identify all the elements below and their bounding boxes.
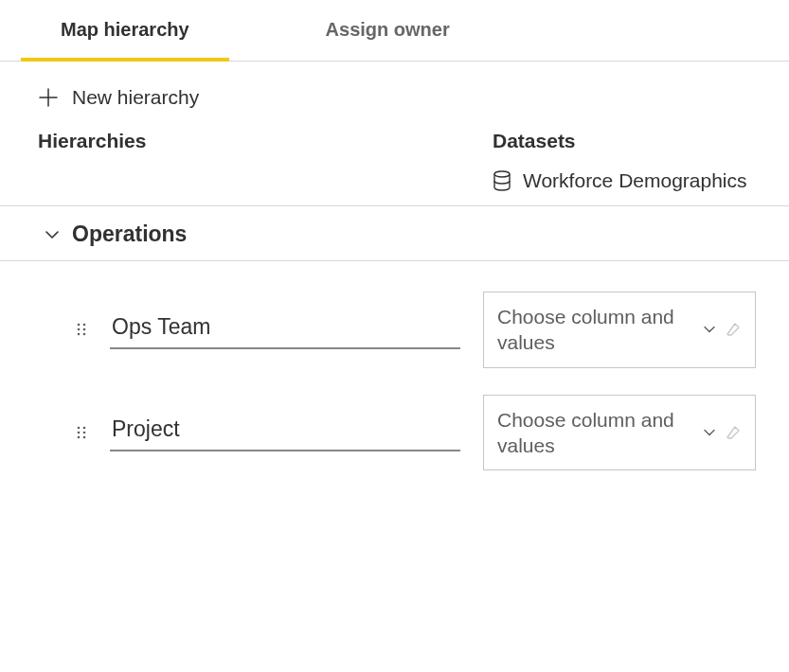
- tab-map-hierarchy[interactable]: Map hierarchy: [21, 0, 229, 62]
- drag-handle-icon[interactable]: [76, 322, 87, 337]
- tab-assign-owner[interactable]: Assign owner: [286, 0, 490, 62]
- tab-label: Map hierarchy: [61, 19, 189, 40]
- drag-handle-icon[interactable]: [76, 425, 87, 440]
- svg-point-2: [83, 324, 86, 327]
- column-values-dropdown[interactable]: Choose column and values: [483, 395, 756, 471]
- hierarchy-name: Operations: [72, 221, 187, 247]
- svg-point-8: [83, 427, 86, 430]
- plus-icon: [38, 87, 59, 108]
- svg-point-1: [78, 324, 81, 327]
- column-headers: Hierarchies Datasets: [0, 122, 789, 158]
- tab-label: Assign owner: [326, 19, 450, 40]
- database-icon: [493, 170, 511, 191]
- svg-point-6: [83, 333, 86, 336]
- level-row: Choose column and values: [0, 381, 789, 485]
- svg-point-9: [78, 432, 81, 434]
- hierarchies-header: Hierarchies: [38, 130, 146, 151]
- column-values-placeholder: Choose column and values: [497, 407, 692, 459]
- svg-point-12: [83, 436, 86, 439]
- svg-point-5: [78, 333, 81, 336]
- level-name-input[interactable]: [110, 310, 460, 349]
- toolbar: New hierarchy: [0, 62, 789, 122]
- svg-point-0: [494, 171, 510, 177]
- dataset-name: Workforce Demographics: [523, 169, 747, 192]
- chevron-down-icon: [44, 226, 61, 243]
- svg-point-4: [83, 328, 86, 331]
- svg-point-11: [78, 436, 81, 439]
- new-hierarchy-button[interactable]: New hierarchy: [38, 82, 199, 113]
- datasets-header: Datasets: [493, 130, 576, 151]
- chevron-down-icon: [702, 322, 717, 337]
- chevron-down-icon: [702, 425, 717, 440]
- level-row: Choose column and values: [0, 278, 789, 381]
- eraser-icon: [725, 321, 742, 338]
- new-hierarchy-label: New hierarchy: [72, 86, 199, 109]
- column-values-placeholder: Choose column and values: [497, 304, 692, 356]
- dataset-item[interactable]: Workforce Demographics: [493, 169, 751, 192]
- svg-point-10: [83, 432, 86, 434]
- tab-bar: Map hierarchy Assign owner: [0, 0, 789, 62]
- hierarchy-expand-row[interactable]: Operations: [0, 206, 789, 261]
- column-values-dropdown[interactable]: Choose column and values: [483, 292, 756, 368]
- level-name-input[interactable]: [110, 413, 460, 451]
- svg-point-7: [78, 427, 81, 430]
- dataset-row: Workforce Demographics: [0, 158, 789, 206]
- svg-point-3: [78, 328, 81, 331]
- hierarchy-levels: Choose column and values Choose colum: [0, 261, 789, 484]
- eraser-icon: [725, 424, 742, 441]
